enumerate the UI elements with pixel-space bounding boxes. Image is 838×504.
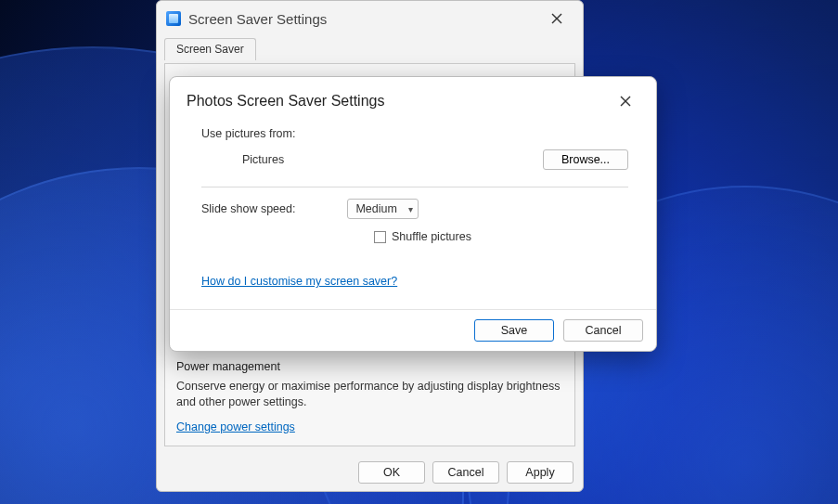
child-window-title: Photos Screen Saver Settings xyxy=(187,93,612,110)
divider xyxy=(201,187,628,187)
slide-show-speed-value: Medium xyxy=(347,199,418,219)
browse-button[interactable]: Browse... xyxy=(543,149,628,170)
parent-close-button[interactable] xyxy=(540,6,574,32)
slide-show-speed-row: Slide show speed: Medium ▾ xyxy=(201,202,628,215)
apply-button[interactable]: Apply xyxy=(507,461,574,484)
use-pictures-from-label: Use pictures from: xyxy=(201,127,628,140)
parent-tabs: Screen Saver xyxy=(157,38,583,64)
customise-screen-saver-help-link[interactable]: How do I customise my screen saver? xyxy=(201,275,397,288)
tab-screen-saver[interactable]: Screen Saver xyxy=(164,38,256,60)
power-management-section: Power management Conserve energy or maxi… xyxy=(176,360,563,434)
screen-saver-icon xyxy=(166,11,181,26)
shuffle-pictures-label: Shuffle pictures xyxy=(392,230,471,243)
shuffle-pictures-row: Shuffle pictures xyxy=(374,230,628,243)
ok-button[interactable]: OK xyxy=(358,461,425,484)
change-power-settings-link[interactable]: Change power settings xyxy=(176,420,295,433)
shuffle-pictures-checkbox[interactable] xyxy=(374,231,386,243)
child-body: Use pictures from: Pictures Browse... Sl… xyxy=(170,122,656,309)
parent-titlebar: Screen Saver Settings xyxy=(157,1,583,36)
power-management-heading: Power management xyxy=(176,360,563,373)
close-icon xyxy=(551,13,562,24)
child-button-row: Save Cancel xyxy=(170,309,656,351)
slide-show-speed-select[interactable]: Medium ▾ xyxy=(347,202,418,215)
slide-show-speed-label: Slide show speed: xyxy=(201,202,295,215)
cancel-button[interactable]: Cancel xyxy=(432,461,499,484)
child-cancel-button[interactable]: Cancel xyxy=(563,319,643,342)
pictures-folder-row: Pictures Browse... xyxy=(201,149,628,170)
pictures-folder-name: Pictures xyxy=(242,153,543,166)
parent-button-row: OK Cancel Apply xyxy=(157,454,583,491)
parent-window-title: Screen Saver Settings xyxy=(188,11,540,27)
photos-screen-saver-settings-dialog: Photos Screen Saver Settings Use picture… xyxy=(169,76,657,352)
child-titlebar: Photos Screen Saver Settings xyxy=(170,77,656,122)
power-management-description: Conserve energy or maximise performance … xyxy=(176,379,563,410)
child-close-button[interactable] xyxy=(612,90,639,112)
close-icon xyxy=(620,96,631,107)
save-button[interactable]: Save xyxy=(474,319,554,342)
